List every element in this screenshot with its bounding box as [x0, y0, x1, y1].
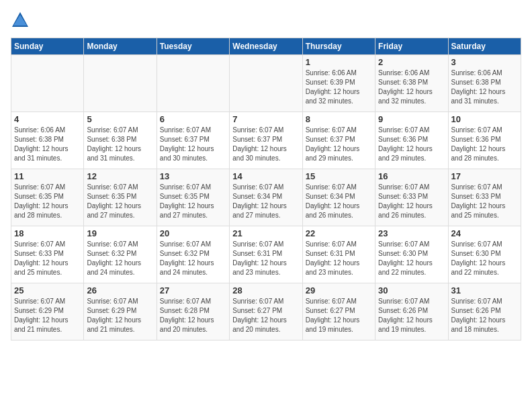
week-row-2: 4Sunrise: 6:06 AM Sunset: 6:38 PM Daylig…: [11, 112, 521, 169]
day-number: 16: [378, 171, 445, 181]
svg-marker-1: [13, 15, 27, 26]
day-info: Sunrise: 6:07 AM Sunset: 6:30 PM Dayligh…: [378, 240, 445, 277]
day-number: 5: [87, 114, 153, 124]
calendar-cell: 27Sunrise: 6:07 AM Sunset: 6:28 PM Dayli…: [157, 283, 229, 340]
day-info: Sunrise: 6:07 AM Sunset: 6:26 PM Dayligh…: [378, 297, 445, 334]
day-info: Sunrise: 6:06 AM Sunset: 6:38 PM Dayligh…: [14, 126, 81, 163]
day-info: Sunrise: 6:07 AM Sunset: 6:37 PM Dayligh…: [160, 126, 226, 163]
calendar-header: SundayMondayTuesdayWednesdayThursdayFrid…: [11, 38, 521, 55]
day-info: Sunrise: 6:07 AM Sunset: 6:33 PM Dayligh…: [378, 183, 445, 220]
day-info: Sunrise: 6:07 AM Sunset: 6:38 PM Dayligh…: [87, 126, 153, 163]
calendar-cell: 1Sunrise: 6:06 AM Sunset: 6:39 PM Daylig…: [302, 55, 375, 112]
page-header: [11, 11, 521, 30]
calendar-cell: [157, 55, 229, 112]
calendar-cell: 12Sunrise: 6:07 AM Sunset: 6:35 PM Dayli…: [84, 169, 157, 226]
calendar-cell: 14Sunrise: 6:07 AM Sunset: 6:34 PM Dayli…: [230, 169, 302, 226]
calendar-cell: 25Sunrise: 6:07 AM Sunset: 6:29 PM Dayli…: [11, 283, 84, 340]
calendar-table: SundayMondayTuesdayWednesdayThursdayFrid…: [11, 38, 521, 340]
day-number: 25: [14, 285, 81, 295]
week-row-5: 25Sunrise: 6:07 AM Sunset: 6:29 PM Dayli…: [11, 283, 521, 340]
day-info: Sunrise: 6:07 AM Sunset: 6:27 PM Dayligh…: [232, 297, 299, 334]
calendar-cell: 17Sunrise: 6:07 AM Sunset: 6:33 PM Dayli…: [448, 169, 521, 226]
day-number: 23: [378, 228, 445, 238]
calendar-cell: 8Sunrise: 6:07 AM Sunset: 6:37 PM Daylig…: [302, 112, 375, 169]
calendar-cell: 10Sunrise: 6:07 AM Sunset: 6:36 PM Dayli…: [448, 112, 521, 169]
calendar-cell: [84, 55, 157, 112]
calendar-cell: 7Sunrise: 6:07 AM Sunset: 6:37 PM Daylig…: [230, 112, 302, 169]
day-number: 17: [451, 171, 518, 181]
day-number: 3: [451, 57, 518, 67]
calendar-cell: 31Sunrise: 6:07 AM Sunset: 6:26 PM Dayli…: [448, 283, 521, 340]
day-number: 30: [378, 285, 445, 295]
day-header-monday: Monday: [84, 38, 157, 55]
day-info: Sunrise: 6:07 AM Sunset: 6:35 PM Dayligh…: [160, 183, 226, 220]
day-info: Sunrise: 6:07 AM Sunset: 6:33 PM Dayligh…: [451, 183, 518, 220]
day-number: 27: [160, 285, 226, 295]
header-row: SundayMondayTuesdayWednesdayThursdayFrid…: [11, 38, 521, 55]
day-number: 26: [87, 285, 153, 295]
calendar-cell: 23Sunrise: 6:07 AM Sunset: 6:30 PM Dayli…: [375, 226, 448, 283]
calendar-cell: 5Sunrise: 6:07 AM Sunset: 6:38 PM Daylig…: [84, 112, 157, 169]
day-number: 2: [378, 57, 445, 67]
day-info: Sunrise: 6:07 AM Sunset: 6:26 PM Dayligh…: [451, 297, 518, 334]
day-number: 1: [306, 57, 372, 67]
calendar-cell: [11, 55, 84, 112]
day-header-wednesday: Wednesday: [230, 38, 302, 55]
day-info: Sunrise: 6:07 AM Sunset: 6:30 PM Dayligh…: [451, 240, 518, 277]
day-header-thursday: Thursday: [302, 38, 375, 55]
calendar-cell: 26Sunrise: 6:07 AM Sunset: 6:29 PM Dayli…: [84, 283, 157, 340]
calendar-cell: 28Sunrise: 6:07 AM Sunset: 6:27 PM Dayli…: [230, 283, 302, 340]
day-info: Sunrise: 6:07 AM Sunset: 6:29 PM Dayligh…: [87, 297, 153, 334]
day-number: 14: [232, 171, 299, 181]
calendar-cell: 13Sunrise: 6:07 AM Sunset: 6:35 PM Dayli…: [157, 169, 229, 226]
calendar-cell: 18Sunrise: 6:07 AM Sunset: 6:33 PM Dayli…: [11, 226, 84, 283]
day-info: Sunrise: 6:06 AM Sunset: 6:38 PM Dayligh…: [378, 68, 445, 106]
calendar-cell: 11Sunrise: 6:07 AM Sunset: 6:35 PM Dayli…: [11, 169, 84, 226]
calendar-cell: 30Sunrise: 6:07 AM Sunset: 6:26 PM Dayli…: [375, 283, 448, 340]
day-header-friday: Friday: [375, 38, 448, 55]
day-info: Sunrise: 6:07 AM Sunset: 6:35 PM Dayligh…: [14, 183, 81, 220]
calendar-cell: 3Sunrise: 6:06 AM Sunset: 6:38 PM Daylig…: [448, 55, 521, 112]
day-info: Sunrise: 6:07 AM Sunset: 6:34 PM Dayligh…: [306, 183, 372, 220]
day-info: Sunrise: 6:07 AM Sunset: 6:37 PM Dayligh…: [232, 126, 299, 163]
logo: [11, 11, 32, 30]
calendar-cell: 21Sunrise: 6:07 AM Sunset: 6:31 PM Dayli…: [230, 226, 302, 283]
day-number: 19: [87, 228, 153, 238]
day-header-saturday: Saturday: [448, 38, 521, 55]
day-number: 6: [160, 114, 226, 124]
week-row-3: 11Sunrise: 6:07 AM Sunset: 6:35 PM Dayli…: [11, 169, 521, 226]
day-info: Sunrise: 6:07 AM Sunset: 6:35 PM Dayligh…: [87, 183, 153, 220]
day-info: Sunrise: 6:07 AM Sunset: 6:36 PM Dayligh…: [451, 126, 518, 163]
calendar-body: 1Sunrise: 6:06 AM Sunset: 6:39 PM Daylig…: [11, 55, 521, 340]
day-number: 20: [160, 228, 226, 238]
day-number: 31: [451, 285, 518, 295]
day-number: 7: [232, 114, 299, 124]
day-number: 8: [306, 114, 372, 124]
day-number: 11: [14, 171, 81, 181]
day-number: 29: [306, 285, 372, 295]
day-number: 9: [378, 114, 445, 124]
week-row-4: 18Sunrise: 6:07 AM Sunset: 6:33 PM Dayli…: [11, 226, 521, 283]
day-number: 22: [306, 228, 372, 238]
day-info: Sunrise: 6:06 AM Sunset: 6:38 PM Dayligh…: [451, 68, 518, 106]
day-number: 10: [451, 114, 518, 124]
day-info: Sunrise: 6:07 AM Sunset: 6:32 PM Dayligh…: [160, 240, 226, 277]
calendar-cell: 29Sunrise: 6:07 AM Sunset: 6:27 PM Dayli…: [302, 283, 375, 340]
day-info: Sunrise: 6:07 AM Sunset: 6:31 PM Dayligh…: [306, 240, 372, 277]
day-header-tuesday: Tuesday: [157, 38, 229, 55]
calendar-cell: 19Sunrise: 6:07 AM Sunset: 6:32 PM Dayli…: [84, 226, 157, 283]
week-row-1: 1Sunrise: 6:06 AM Sunset: 6:39 PM Daylig…: [11, 55, 521, 112]
day-number: 24: [451, 228, 518, 238]
calendar-cell: 4Sunrise: 6:06 AM Sunset: 6:38 PM Daylig…: [11, 112, 84, 169]
calendar-cell: 22Sunrise: 6:07 AM Sunset: 6:31 PM Dayli…: [302, 226, 375, 283]
day-info: Sunrise: 6:07 AM Sunset: 6:32 PM Dayligh…: [87, 240, 153, 277]
calendar-cell: [230, 55, 302, 112]
day-info: Sunrise: 6:07 AM Sunset: 6:34 PM Dayligh…: [232, 183, 299, 220]
day-number: 21: [232, 228, 299, 238]
day-info: Sunrise: 6:07 AM Sunset: 6:36 PM Dayligh…: [378, 126, 445, 163]
calendar-cell: 24Sunrise: 6:07 AM Sunset: 6:30 PM Dayli…: [448, 226, 521, 283]
calendar-cell: 6Sunrise: 6:07 AM Sunset: 6:37 PM Daylig…: [157, 112, 229, 169]
calendar-cell: 9Sunrise: 6:07 AM Sunset: 6:36 PM Daylig…: [375, 112, 448, 169]
calendar-cell: 20Sunrise: 6:07 AM Sunset: 6:32 PM Dayli…: [157, 226, 229, 283]
day-number: 15: [306, 171, 372, 181]
